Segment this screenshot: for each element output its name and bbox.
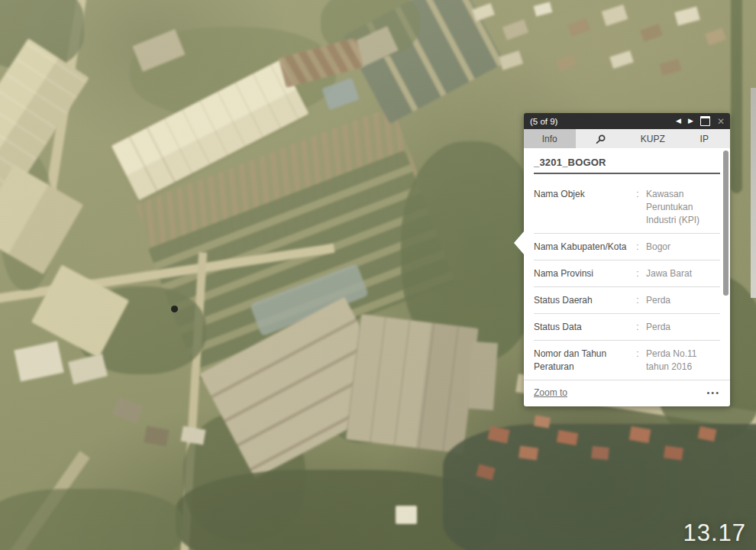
imagery-building bbox=[112, 397, 143, 423]
imagery-house-roof bbox=[567, 18, 590, 37]
popup-tail bbox=[514, 231, 524, 254]
popup-scrollbar[interactable] bbox=[723, 150, 729, 296]
imagery-trees-bottom bbox=[0, 489, 183, 550]
imagery-building bbox=[14, 341, 63, 381]
field-colon: : bbox=[629, 294, 646, 307]
imagery-house-roof bbox=[609, 50, 634, 69]
imagery-red-roof bbox=[664, 445, 683, 460]
imagery-house-roof bbox=[502, 19, 528, 40]
tab-label: KUPZ bbox=[641, 134, 665, 144]
close-icon: ✕ bbox=[717, 117, 725, 126]
field-value: Perda bbox=[646, 294, 720, 307]
popup-footer: Zoom to ••• bbox=[524, 380, 730, 406]
tab-label: Info bbox=[542, 134, 557, 144]
map-click-marker bbox=[171, 306, 178, 312]
popup-body: _3201_BOGOR Nama Objek : Kawasan Peruntu… bbox=[524, 148, 730, 380]
field-colon: : bbox=[629, 188, 646, 227]
popup-header: (5 of 9) ◀ ▶ ✕ bbox=[524, 113, 730, 129]
next-feature-button[interactable]: ▶ bbox=[688, 118, 693, 125]
attribute-row: Nama Provinsi : Jawa Barat bbox=[534, 260, 720, 286]
field-label: Nomor dan Tahun Peraturan bbox=[534, 348, 629, 374]
attribute-row: Nomor dan Tahun Peraturan : Perda No.11 … bbox=[534, 340, 720, 380]
chevron-left-icon: ◀ bbox=[676, 118, 681, 125]
imagery-house-roof bbox=[659, 59, 681, 76]
imagery-building bbox=[68, 354, 108, 384]
imagery-building bbox=[144, 426, 169, 447]
field-colon: : bbox=[629, 348, 646, 374]
attribute-row: Status Data : Perda bbox=[534, 313, 720, 340]
field-value: Perda bbox=[646, 321, 720, 334]
imagery-house-roof bbox=[674, 6, 700, 25]
imagery-building bbox=[396, 506, 417, 524]
chevron-right-icon: ▶ bbox=[688, 118, 693, 125]
clock-overlay: 13.17 bbox=[683, 519, 746, 547]
attribute-row: Nama Kabupaten/Kota : Bogor bbox=[534, 233, 720, 260]
imagery-red-roof bbox=[591, 446, 609, 460]
field-colon: : bbox=[629, 241, 646, 254]
app-screen: (5 of 9) ◀ ▶ ✕ Info KUPZ IP _3201_BOGOR … bbox=[0, 0, 756, 550]
tab-info[interactable]: Info bbox=[524, 129, 576, 148]
imagery-tree-line bbox=[731, 0, 742, 193]
attribute-row: Nama Objek : Kawasan Peruntukan Industri… bbox=[534, 181, 720, 233]
field-colon: : bbox=[629, 321, 646, 334]
field-value: Kawasan Peruntukan Industri (KPI) bbox=[646, 188, 720, 227]
feature-title: _3201_BOGOR bbox=[524, 148, 730, 173]
tab-label: IP bbox=[700, 134, 709, 144]
field-value: Bogor bbox=[646, 241, 720, 254]
imagery-red-roof bbox=[519, 445, 538, 460]
magnifier-icon bbox=[596, 134, 606, 144]
previous-feature-button[interactable]: ◀ bbox=[676, 118, 681, 125]
field-label: Nama Provinsi bbox=[534, 267, 629, 280]
imagery-building bbox=[180, 426, 205, 445]
imagery-house-roof bbox=[499, 50, 523, 70]
imagery-house-roof bbox=[472, 3, 495, 21]
field-label: Status Daerah bbox=[534, 294, 629, 307]
maximize-button[interactable] bbox=[700, 116, 710, 126]
field-label: Nama Kabupaten/Kota bbox=[534, 241, 629, 254]
imagery-warehouse-complex bbox=[346, 314, 479, 454]
attribute-table: Nama Objek : Kawasan Peruntukan Industri… bbox=[524, 181, 730, 380]
imagery-house-roof bbox=[705, 28, 726, 45]
imagery-house-roof bbox=[534, 2, 553, 16]
popup-tab-bar: Info KUPZ IP bbox=[524, 129, 730, 148]
field-label: Nama Objek bbox=[534, 188, 629, 227]
maximize-icon bbox=[700, 116, 710, 126]
field-value: Perda No.11 tahun 2016 bbox=[646, 348, 720, 374]
feature-popup: (5 of 9) ◀ ▶ ✕ Info KUPZ IP _3201_BOGOR … bbox=[524, 113, 730, 406]
imagery-building bbox=[467, 341, 498, 410]
tab-kupz[interactable]: KUPZ bbox=[627, 129, 679, 148]
zoom-to-link[interactable]: Zoom to bbox=[534, 387, 567, 398]
tab-search[interactable] bbox=[576, 129, 628, 148]
more-options-button[interactable]: ••• bbox=[706, 389, 720, 397]
attribute-row: Status Daerah : Perda bbox=[534, 286, 720, 313]
imagery-house-roof bbox=[556, 54, 577, 70]
feature-counter: (5 of 9) bbox=[530, 117, 557, 126]
field-label: Status Data bbox=[534, 321, 629, 334]
tab-ip[interactable]: IP bbox=[679, 129, 731, 148]
close-button[interactable]: ✕ bbox=[717, 117, 725, 126]
field-value: Jawa Barat bbox=[646, 267, 720, 280]
imagery-house-roof bbox=[640, 24, 663, 42]
page-scrollbar[interactable] bbox=[751, 88, 756, 298]
field-colon: : bbox=[629, 267, 646, 280]
imagery-house-roof bbox=[602, 5, 628, 26]
title-divider bbox=[534, 173, 720, 174]
